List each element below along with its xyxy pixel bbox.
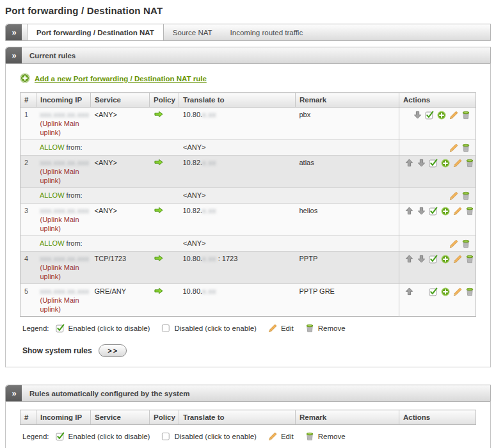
- edit-icon[interactable]: [449, 239, 458, 248]
- enabled-checkbox-icon[interactable]: [429, 255, 438, 264]
- legend-label: Legend:: [22, 324, 49, 332]
- actions-cell: [399, 252, 476, 284]
- current-rules-panel: Add a new Port forwarding / Destination …: [5, 64, 491, 367]
- col-policy: Policy: [150, 93, 179, 108]
- col-number: #: [20, 93, 36, 108]
- move-down-icon[interactable]: [417, 159, 426, 168]
- rule-row-5: 5 xxx.xxx.xx.xxx (Uplink Main uplink) GR…: [20, 284, 476, 317]
- move-down-icon[interactable]: [417, 255, 426, 264]
- remove-icon[interactable]: [465, 207, 474, 216]
- section-chevron-icon[interactable]: »: [6, 385, 22, 401]
- add-rule-icon[interactable]: [20, 73, 30, 84]
- policy-allow-arrow-icon: [154, 287, 164, 297]
- add-rule-after-icon[interactable]: [441, 159, 450, 168]
- uplink-label: uplink): [40, 128, 87, 137]
- remove-icon[interactable]: [461, 191, 470, 200]
- system-rules-header: » Rules automatically configured by the …: [5, 385, 491, 402]
- policy-allow-arrow-icon: [154, 110, 164, 120]
- section-chevron-icon[interactable]: »: [6, 47, 22, 63]
- system-rules-panel: # Incoming IP Service Policy Translate t…: [5, 402, 491, 448]
- incoming-ip-redacted: xxx.xxx.xx.xxx: [40, 110, 87, 119]
- actions-cell: [399, 140, 476, 156]
- edit-icon[interactable]: [453, 255, 462, 264]
- remove-icon[interactable]: [461, 239, 470, 248]
- remark-cell: pbx: [296, 108, 399, 140]
- allow-label: ALLOW: [40, 191, 65, 199]
- add-rule-after-icon[interactable]: [441, 287, 450, 296]
- col-service: Service: [91, 93, 150, 108]
- remove-icon[interactable]: [461, 143, 470, 152]
- edit-icon[interactable]: [449, 111, 458, 120]
- col-translate-to: Translate to: [179, 410, 296, 425]
- add-rule-after-icon[interactable]: [441, 255, 450, 264]
- enabled-checkbox-icon[interactable]: [429, 207, 438, 216]
- col-number: #: [20, 410, 36, 425]
- translate-ip-redacted: x.xx: [202, 159, 216, 166]
- rule-row-4: 4 xxx.xxx.xx.xxx (Uplink Main uplink) TC…: [20, 252, 476, 284]
- policy-allow-arrow-icon: [154, 206, 164, 216]
- rule-number: 4: [20, 252, 36, 284]
- current-rules-header: » Current rules: [5, 47, 491, 64]
- service-cell: <ANY>: [91, 156, 150, 188]
- enabled-checkbox-icon[interactable]: [429, 287, 438, 296]
- enabled-checkbox-icon[interactable]: [429, 159, 438, 168]
- edit-icon[interactable]: [453, 207, 462, 216]
- edit-icon[interactable]: [453, 287, 462, 296]
- remove-icon[interactable]: [465, 159, 474, 168]
- actions-cell: [399, 156, 476, 188]
- edit-icon[interactable]: [453, 159, 462, 168]
- allow-cell: ALLOW from: <ANY>: [20, 140, 399, 156]
- translate-to-cell: 10.82.x.xx: [179, 156, 296, 188]
- actions-cell: [399, 284, 476, 317]
- add-rule-row: Add a new Port forwarding / Destination …: [20, 73, 476, 84]
- tab-incoming-routed-traffic[interactable]: Incoming routed traffic: [221, 24, 312, 40]
- show-system-rules-button[interactable]: >>: [99, 344, 127, 357]
- col-actions: Actions: [399, 410, 476, 425]
- move-down-icon[interactable]: [417, 207, 426, 216]
- edit-icon[interactable]: [449, 191, 458, 200]
- edit-icon[interactable]: [449, 143, 458, 152]
- enabled-checkbox-icon[interactable]: [425, 111, 434, 120]
- incoming-ip-redacted: xxx.xxx.xx.xxx: [40, 254, 87, 263]
- translate-ip-redacted: x.xx: [202, 111, 216, 118]
- col-remark: Remark: [296, 410, 399, 425]
- uplink-label: (Uplink Main: [40, 263, 87, 272]
- policy-cell: [150, 156, 179, 188]
- policy-allow-arrow-icon: [154, 158, 164, 168]
- table-header-row: # Incoming IP Service Policy Translate t…: [20, 93, 476, 108]
- remove-icon[interactable]: [465, 287, 474, 296]
- actions-cell: [399, 236, 476, 252]
- allow-value: <ANY>: [183, 239, 205, 248]
- move-down-icon[interactable]: [413, 111, 422, 120]
- legend-remove: Remove: [318, 433, 346, 440]
- allow-row-2: ALLOW from: <ANY>: [20, 188, 476, 204]
- move-up-icon[interactable]: [404, 287, 413, 296]
- col-service: Service: [91, 410, 150, 425]
- tab-port-forwarding-destination-nat[interactable]: Port forwarding / Destination NAT: [27, 24, 164, 40]
- col-incoming-ip: Incoming IP: [36, 410, 91, 425]
- service-cell: GRE/ANY: [91, 284, 150, 317]
- allow-row-1: ALLOW from: <ANY>: [20, 140, 476, 156]
- system-rules-title: Rules automatically configured by the sy…: [22, 385, 190, 401]
- rule-number: 5: [20, 284, 36, 317]
- tab-source-nat[interactable]: Source NAT: [164, 24, 221, 40]
- legend: Legend: Enabled (click to disable) Disab…: [20, 432, 476, 441]
- incoming-ip-cell: xxx.xxx.xx.xxx (Uplink Main uplink): [36, 204, 91, 236]
- move-up-icon[interactable]: [404, 255, 413, 264]
- add-rule-after-icon[interactable]: [437, 111, 446, 120]
- remove-icon[interactable]: [465, 255, 474, 264]
- incoming-ip-cell: xxx.xxx.xx.xxx (Uplink Main uplink): [36, 156, 91, 188]
- actions-cell: [399, 204, 476, 236]
- add-rule-after-icon[interactable]: [441, 207, 450, 216]
- remove-icon[interactable]: [461, 111, 470, 120]
- remark-cell: PPTP: [296, 252, 399, 284]
- add-rule-link[interactable]: Add a new Port forwarding / Destination …: [35, 75, 207, 83]
- translate-ip-redacted: x.xx: [202, 255, 216, 262]
- tabs-chevron-icon[interactable]: »: [6, 24, 22, 40]
- service-cell: <ANY>: [91, 108, 150, 140]
- move-up-icon[interactable]: [404, 159, 413, 168]
- rule-number: 3: [20, 204, 36, 236]
- allow-label: ALLOW: [40, 239, 65, 247]
- col-translate-to: Translate to: [179, 93, 296, 108]
- move-up-icon[interactable]: [404, 207, 413, 216]
